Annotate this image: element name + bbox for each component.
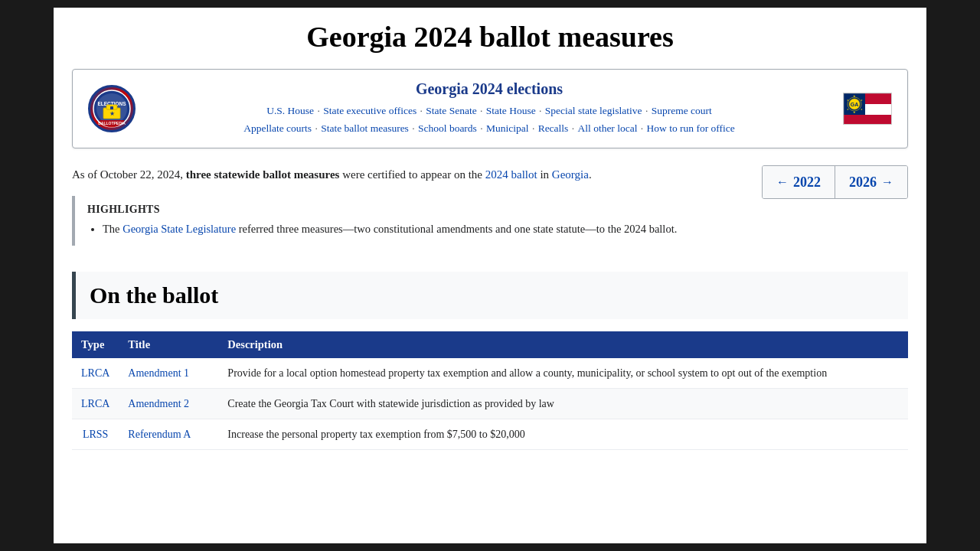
page-container: Georgia 2024 ballot measures ELECTIONS ★ <box>54 8 926 543</box>
svg-text:★: ★ <box>109 110 115 117</box>
nav-link-ballot-measures[interactable]: State ballot measures <box>321 122 409 134</box>
on-ballot-section: On the ballot Type Title Description LRC… <box>72 272 908 450</box>
title-link[interactable]: Referendum A <box>128 429 191 440</box>
intro-suffix: . <box>589 168 592 181</box>
georgia-flag-svg: GA ★ ★ ★ ★ ★ ★ <box>844 93 892 125</box>
section-header: On the ballot <box>72 272 908 319</box>
table-body: LRCA Amendment 1 Provide for a local opt… <box>72 358 908 450</box>
nav-link-how-to-run[interactable]: How to run for office <box>647 122 735 134</box>
svg-rect-10 <box>844 115 892 125</box>
nav-link-other-local[interactable]: All other local <box>578 122 638 134</box>
svg-text:★: ★ <box>861 99 863 102</box>
nav-link-special-leg[interactable]: Special state legislative <box>545 105 642 116</box>
svg-text:★: ★ <box>853 110 856 114</box>
nav-link-appellate[interactable]: Appellate courts <box>243 122 312 134</box>
col-header-type: Type <box>72 331 119 358</box>
ballot-table: Type Title Description LRCA Amendment 1 … <box>72 331 908 450</box>
intro-link-ballot[interactable]: 2024 ballot <box>485 168 537 181</box>
col-header-description: Description <box>218 331 908 358</box>
georgia-flag: GA ★ ★ ★ ★ ★ ★ <box>843 93 892 125</box>
nav-link-state-senate[interactable]: State Senate <box>426 105 476 116</box>
svg-text:★: ★ <box>853 94 856 98</box>
table-row: LRCA Amendment 2 Create the Georgia Tax … <box>72 388 908 419</box>
next-year-button[interactable]: 2026 → <box>835 166 907 198</box>
cell-description: Create the Georgia Tax Court with statew… <box>218 388 908 419</box>
highlights-legislature-link[interactable]: Georgia State Legislature <box>122 223 236 235</box>
next-year-label: 2026 <box>849 174 877 191</box>
svg-rect-5 <box>110 106 113 109</box>
nav-link-state-house[interactable]: State House <box>486 105 536 116</box>
prev-year-button[interactable]: ← 2022 <box>763 166 835 198</box>
table-header-row: Type Title Description <box>72 331 908 358</box>
election-nav-box: ELECTIONS ★ BALLOTPEDIA Georgia 2024 ele… <box>72 69 908 149</box>
intro-bold: three statewide ballot measures <box>186 168 340 181</box>
election-nav-links: U.S. House · State executive offices · S… <box>148 103 831 138</box>
highlights-bullet-prefix: The <box>103 223 122 235</box>
nav-link-municipal[interactable]: Municipal <box>486 122 529 134</box>
nav-link-school-boards[interactable]: School boards <box>418 122 477 134</box>
nav-link-supreme-court[interactable]: Supreme court <box>652 105 712 116</box>
nav-link-recalls[interactable]: Recalls <box>538 122 569 134</box>
cell-title: Referendum A <box>119 419 218 449</box>
svg-text:BALLOTPEDIA: BALLOTPEDIA <box>98 121 126 126</box>
svg-text:★: ★ <box>861 108 863 111</box>
elections-logo-icon: ELECTIONS ★ BALLOTPEDIA <box>93 90 131 128</box>
type-link[interactable]: LRCA <box>81 398 109 409</box>
year-nav: ← 2022 2026 → <box>762 165 908 199</box>
type-link[interactable]: LRCA <box>81 367 109 379</box>
next-arrow-icon: → <box>881 175 893 189</box>
svg-text:★: ★ <box>847 108 849 111</box>
cell-title: Amendment 1 <box>119 358 218 389</box>
col-header-title: Title <box>119 331 218 358</box>
highlights-title: HIGHLIGHTS <box>87 204 731 216</box>
type-link[interactable]: LRSS <box>83 429 108 440</box>
intro-text-block: As of October 22, 2024, three statewide … <box>72 165 743 263</box>
nav-link-state-exec[interactable]: State executive offices <box>323 105 416 116</box>
svg-text:GA: GA <box>851 102 859 107</box>
section-title: On the ballot <box>90 282 894 308</box>
highlights-box: HIGHLIGHTS The Georgia State Legislature… <box>72 196 743 245</box>
intro-row: As of October 22, 2024, three statewide … <box>72 165 908 263</box>
highlights-item: The Georgia State Legislature referred t… <box>103 220 731 237</box>
prev-year-label: 2022 <box>793 174 821 191</box>
title-link[interactable]: Amendment 1 <box>128 367 189 379</box>
svg-text:★: ★ <box>847 99 849 102</box>
intro-link-georgia[interactable]: Georgia <box>552 168 589 181</box>
table-row: LRCA Amendment 1 Provide for a local opt… <box>72 358 908 389</box>
page-title: Georgia 2024 ballot measures <box>72 20 908 55</box>
cell-type: LRSS <box>72 419 119 449</box>
election-nav-content: Georgia 2024 elections U.S. House · Stat… <box>148 80 831 138</box>
table-header: Type Title Description <box>72 331 908 358</box>
highlights-list: The Georgia State Legislature referred t… <box>87 220 731 237</box>
cell-title: Amendment 2 <box>119 388 218 419</box>
cell-description: Increase the personal property tax exemp… <box>218 419 908 449</box>
highlights-bullet-rest: referred three measures—two constitution… <box>236 223 677 235</box>
cell-type: LRCA <box>72 358 119 389</box>
table-row: LRSS Referendum A Increase the personal … <box>72 419 908 449</box>
title-link[interactable]: Amendment 2 <box>128 398 189 409</box>
cell-description: Provide for a local option homestead pro… <box>218 358 908 389</box>
intro-paragraph: As of October 22, 2024, three statewide … <box>72 165 743 184</box>
intro-middle: were certified to appear on the <box>339 168 485 181</box>
nav-link-us-house[interactable]: U.S. House <box>266 105 314 116</box>
intro-prefix: As of October 22, 2024, <box>72 168 186 181</box>
cell-type: LRCA <box>72 388 119 419</box>
elections-logo: ELECTIONS ★ BALLOTPEDIA <box>88 85 136 132</box>
election-nav-title: Georgia 2024 elections <box>148 80 831 98</box>
prev-arrow-icon: ← <box>776 175 789 189</box>
